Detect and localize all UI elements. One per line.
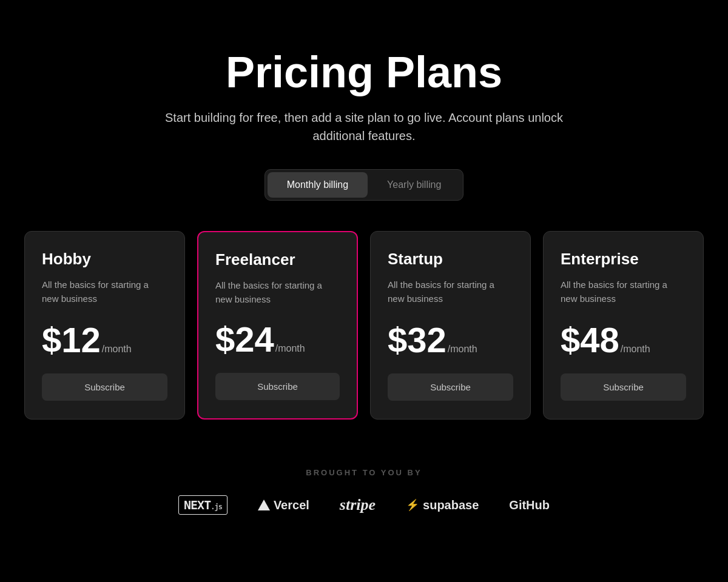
- plan-price-startup: $32 /month: [388, 323, 513, 358]
- subscribe-button-enterprise[interactable]: Subscribe: [561, 373, 686, 401]
- price-period-startup: /month: [448, 344, 477, 355]
- billing-toggle: Monthly billing Yearly billing: [265, 169, 464, 201]
- stripe-logo-text: stripe: [340, 496, 376, 514]
- plan-name-freelancer: Freelancer: [215, 250, 340, 269]
- price-amount-freelancer: $24: [215, 322, 274, 357]
- footer-logos: BROUGHT TO YOU BY NEXT.js Vercel stripe …: [178, 468, 550, 515]
- github-logo: GitHub: [509, 498, 550, 512]
- plan-desc-enterprise: All the basics for starting a new busine…: [561, 278, 686, 307]
- subscribe-button-startup[interactable]: Subscribe: [388, 373, 513, 401]
- plan-price-hobby: $12 /month: [42, 323, 167, 358]
- logos-row: NEXT.js Vercel stripe ⚡ supabase GitHub: [178, 495, 550, 515]
- subscribe-button-hobby[interactable]: Subscribe: [42, 373, 167, 401]
- nextjs-logo-text: NEXT.js: [184, 498, 222, 512]
- vercel-triangle-icon: [258, 500, 270, 510]
- page-container: Pricing Plans Start building for free, t…: [0, 0, 728, 551]
- nextjs-logo: NEXT.js: [178, 495, 228, 515]
- plan-desc-freelancer: All the basics for starting a new busine…: [215, 279, 340, 306]
- price-amount-startup: $32: [388, 323, 447, 358]
- brought-by-label: BROUGHT TO YOU BY: [306, 468, 422, 477]
- plan-price-freelancer: $24 /month: [215, 322, 340, 357]
- price-period-freelancer: /month: [275, 343, 305, 354]
- plan-card-freelancer: Freelancer All the basics for starting a…: [197, 231, 358, 420]
- price-period-enterprise: /month: [621, 344, 650, 355]
- hero-section: Pricing Plans Start building for free, t…: [152, 48, 576, 145]
- plan-name-startup: Startup: [388, 250, 513, 269]
- plan-desc-hobby: All the basics for starting a new busine…: [42, 278, 167, 307]
- page-subtitle: Start building for free, then add a site…: [152, 109, 576, 145]
- supabase-logo-text: supabase: [423, 498, 479, 512]
- plan-desc-startup: All the basics for starting a new busine…: [388, 278, 513, 307]
- supabase-logo: ⚡ supabase: [406, 498, 479, 512]
- price-amount-enterprise: $48: [561, 323, 619, 358]
- stripe-logo: stripe: [340, 496, 376, 514]
- supabase-bolt-icon: ⚡: [406, 498, 419, 512]
- plan-card-enterprise: Enterprise All the basics for starting a…: [543, 231, 704, 420]
- plan-name-hobby: Hobby: [42, 250, 167, 269]
- github-logo-text: GitHub: [509, 498, 550, 512]
- vercel-logo: Vercel: [258, 498, 309, 512]
- plan-card-hobby: Hobby All the basics for starting a new …: [24, 231, 185, 420]
- vercel-logo-text: Vercel: [274, 498, 309, 512]
- yearly-billing-button[interactable]: Yearly billing: [368, 172, 460, 198]
- price-period-hobby: /month: [102, 344, 132, 355]
- plan-card-startup: Startup All the basics for starting a ne…: [370, 231, 531, 420]
- price-amount-hobby: $12: [42, 323, 101, 358]
- plan-price-enterprise: $48 /month: [561, 323, 686, 358]
- subscribe-button-freelancer[interactable]: Subscribe: [215, 373, 340, 400]
- page-title: Pricing Plans: [152, 48, 576, 96]
- plan-name-enterprise: Enterprise: [561, 250, 686, 269]
- plans-grid: Hobby All the basics for starting a new …: [24, 231, 704, 420]
- monthly-billing-button[interactable]: Monthly billing: [268, 172, 368, 198]
